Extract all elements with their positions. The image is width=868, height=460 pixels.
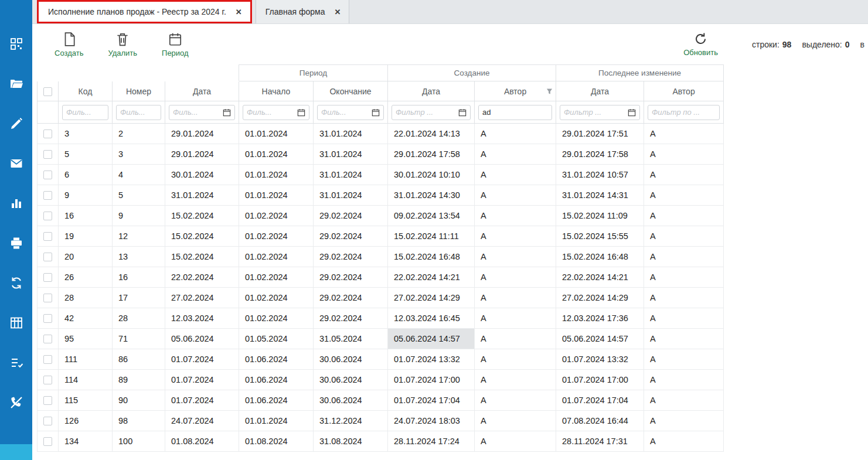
cell-period-start[interactable]: 01.02.2024 — [239, 288, 314, 308]
cell-change-date[interactable]: 01.07.2024 17:04 — [556, 390, 644, 411]
cell-creation-author[interactable]: A — [475, 390, 556, 411]
cell-number[interactable]: 13 — [113, 247, 165, 267]
column-header-change-author[interactable]: Автор — [644, 81, 724, 101]
cell-creation-date[interactable]: 01.07.2024 17:04 — [388, 390, 475, 411]
table-row[interactable]: 16 9 15.02.2024 01.02.2024 29.02.2024 09… — [38, 206, 724, 226]
table-row[interactable]: 42 28 12.03.2024 01.02.2024 29.02.2024 1… — [38, 308, 724, 329]
cell-period-end[interactable]: 29.02.2024 — [314, 308, 388, 329]
cell-code[interactable]: 3 — [59, 124, 113, 144]
cell-creation-date[interactable]: 31.01.2024 14:30 — [388, 185, 475, 206]
cell-change-date[interactable]: 15.02.2024 11:09 — [556, 206, 644, 226]
cell-code[interactable]: 6 — [59, 165, 113, 185]
cell-period-end[interactable]: 31.12.2024 — [314, 411, 388, 431]
row-checkbox[interactable] — [43, 232, 52, 241]
cell-change-date[interactable]: 29.01.2024 17:51 — [556, 124, 644, 144]
column-header-period-end[interactable]: Окончание — [314, 81, 388, 101]
cell-date[interactable]: 27.02.2024 — [165, 288, 239, 308]
cell-period-start[interactable]: 01.01.2024 — [239, 124, 314, 144]
cell-creation-date[interactable]: 28.11.2024 17:24 — [388, 431, 475, 452]
cell-date[interactable]: 12.03.2024 — [165, 308, 239, 329]
cell-code[interactable]: 134 — [59, 431, 113, 452]
table-row[interactable]: 28 17 27.02.2024 01.02.2024 29.02.2024 2… — [38, 288, 724, 308]
cell-number[interactable]: 12 — [113, 226, 165, 247]
cell-number[interactable]: 89 — [113, 370, 165, 390]
cell-code[interactable]: 126 — [59, 411, 113, 431]
cell-date[interactable]: 22.02.2024 — [165, 267, 239, 288]
cell-date[interactable]: 29.01.2024 — [165, 124, 239, 144]
cell-period-start[interactable]: 01.05.2024 — [239, 329, 314, 349]
filter-code-input[interactable] — [66, 108, 104, 117]
filter-period-end-input[interactable] — [321, 108, 369, 117]
sidebar-item-tasks[interactable] — [9, 356, 24, 370]
cell-creation-date[interactable]: 15.02.2024 11:11 — [388, 226, 475, 247]
cell-period-end[interactable]: 29.02.2024 — [314, 226, 388, 247]
cell-change-date[interactable]: 28.11.2024 17:31 — [556, 431, 644, 452]
cell-period-end[interactable]: 29.02.2024 — [314, 247, 388, 267]
cell-change-author[interactable]: A — [644, 144, 724, 165]
cell-period-end[interactable]: 29.02.2024 — [314, 288, 388, 308]
cell-creation-date[interactable]: 01.07.2024 13:32 — [388, 349, 475, 370]
row-checkbox[interactable] — [43, 417, 52, 425]
cell-change-author[interactable]: A — [644, 165, 724, 185]
cell-date[interactable]: 01.07.2024 — [165, 349, 239, 370]
cell-period-start[interactable]: 01.02.2024 — [239, 206, 314, 226]
cell-creation-author[interactable]: A — [475, 165, 556, 185]
sidebar-item-calls[interactable] — [9, 396, 24, 410]
cell-creation-author[interactable]: A — [475, 206, 556, 226]
cell-change-date[interactable]: 07.08.2024 16:44 — [556, 411, 644, 431]
cell-number[interactable]: 5 — [113, 185, 165, 206]
cell-change-date[interactable]: 22.02.2024 14:21 — [556, 267, 644, 288]
calendar-icon[interactable] — [223, 108, 231, 117]
filter-funnel-icon[interactable] — [546, 88, 553, 94]
filter-change-date-input[interactable] — [564, 108, 625, 117]
cell-number[interactable]: 17 — [113, 288, 165, 308]
cell-creation-date[interactable]: 22.01.2024 14:13 — [388, 124, 475, 144]
cell-creation-date[interactable]: 29.01.2024 17:58 — [388, 144, 475, 165]
table-row[interactable]: 3 2 29.01.2024 01.01.2024 31.01.2024 22.… — [38, 124, 724, 144]
table-row[interactable]: 134 100 01.08.2024 01.08.2024 31.08.2024… — [38, 431, 724, 452]
cell-code[interactable]: 114 — [59, 370, 113, 390]
cell-creation-date[interactable]: 22.02.2024 14:21 — [388, 267, 475, 288]
cell-number[interactable]: 98 — [113, 411, 165, 431]
cell-code[interactable]: 28 — [59, 288, 113, 308]
cell-change-author[interactable]: A — [644, 349, 724, 370]
cell-creation-date[interactable]: 15.02.2024 16:48 — [388, 247, 475, 267]
sidebar-bottom-panel[interactable] — [0, 444, 32, 460]
cell-creation-author[interactable]: A — [475, 185, 556, 206]
cell-creation-date[interactable]: 01.07.2024 17:00 — [388, 370, 475, 390]
cell-period-start[interactable]: 01.01.2024 — [239, 165, 314, 185]
cell-period-end[interactable]: 31.05.2024 — [314, 329, 388, 349]
row-checkbox[interactable] — [43, 376, 52, 384]
cell-change-author[interactable]: A — [644, 267, 724, 288]
cell-period-start[interactable]: 01.02.2024 — [239, 226, 314, 247]
column-header-code[interactable]: Код — [59, 81, 113, 101]
cell-code[interactable]: 111 — [59, 349, 113, 370]
table-row[interactable]: 114 89 01.07.2024 01.06.2024 30.06.2024 … — [38, 370, 724, 390]
cell-creation-author[interactable]: A — [475, 144, 556, 165]
table-row[interactable]: 20 13 15.02.2024 01.02.2024 29.02.2024 1… — [38, 247, 724, 267]
cell-period-start[interactable]: 01.02.2024 — [239, 267, 314, 288]
cell-number[interactable]: 16 — [113, 267, 165, 288]
delete-button[interactable]: Удалить — [102, 29, 143, 60]
cell-number[interactable]: 4 — [113, 165, 165, 185]
cell-creation-author[interactable]: A — [475, 349, 556, 370]
sidebar-item-documents[interactable] — [9, 77, 24, 91]
cell-change-author[interactable]: A — [644, 124, 724, 144]
create-button[interactable]: Создать — [49, 29, 89, 60]
cell-change-author[interactable]: A — [644, 370, 724, 390]
row-checkbox[interactable] — [43, 191, 52, 200]
cell-change-date[interactable]: 29.01.2024 17:58 — [556, 144, 644, 165]
cell-period-start[interactable]: 01.06.2024 — [239, 390, 314, 411]
cell-creation-date[interactable]: 09.02.2024 13:54 — [388, 206, 475, 226]
row-checkbox[interactable] — [43, 253, 52, 261]
cell-creation-author[interactable]: A — [475, 329, 556, 349]
table-row[interactable]: 6 4 30.01.2024 01.01.2024 31.01.2024 30.… — [38, 165, 724, 185]
calendar-icon[interactable] — [628, 108, 636, 117]
row-checkbox[interactable] — [43, 294, 52, 302]
cell-change-date[interactable]: 05.06.2024 14:57 — [556, 329, 644, 349]
row-checkbox[interactable] — [43, 171, 52, 179]
cell-code[interactable]: 16 — [59, 206, 113, 226]
table-row[interactable]: 115 90 01.07.2024 01.06.2024 30.06.2024 … — [38, 390, 724, 411]
cell-change-author[interactable]: A — [644, 185, 724, 206]
table-row[interactable]: 126 98 24.07.2024 01.01.2024 31.12.2024 … — [38, 411, 724, 431]
